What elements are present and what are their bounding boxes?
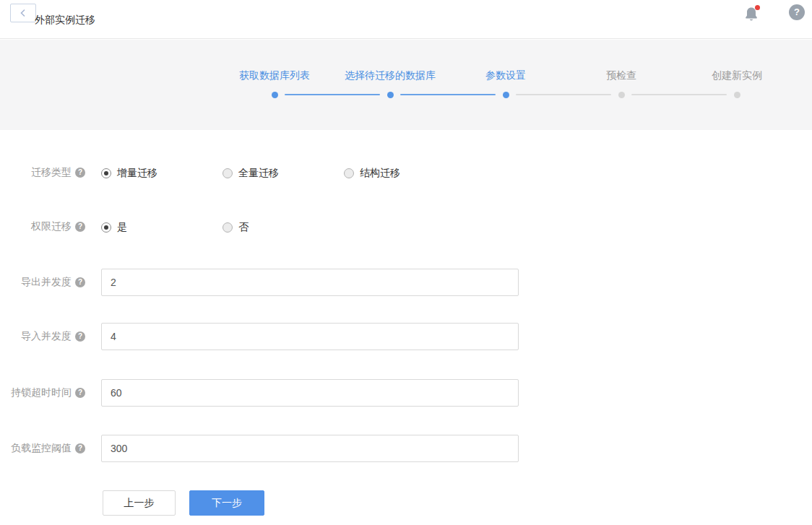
step-dot-2 <box>387 92 394 98</box>
radio-label: 否 <box>238 221 249 234</box>
step-label-select-db: 选择待迁移的数据库 <box>332 69 448 82</box>
radio-icon <box>223 168 233 178</box>
help-icon[interactable]: ? <box>75 277 85 287</box>
import-concurrency-label: 导入并发度 ? <box>0 329 85 344</box>
step-dot-5 <box>734 92 740 98</box>
step-dot-3 <box>503 92 509 98</box>
radio-label: 增量迁移 <box>117 167 157 180</box>
step-dot-4 <box>618 92 625 98</box>
load-threshold-input[interactable] <box>101 435 519 462</box>
help-circle-icon[interactable]: ? <box>789 4 805 20</box>
import-concurrency-input[interactable] <box>101 323 519 350</box>
step-label-parameter-settings: 参数设置 <box>448 69 563 82</box>
step-label-get-db-list: 获取数据库列表 <box>217 69 332 82</box>
radio-icon <box>344 168 354 178</box>
radio-structure-migration[interactable]: 结构迁移 <box>344 167 400 180</box>
lock-timeout-input[interactable] <box>101 379 519 407</box>
step-connector-2-3 <box>400 94 496 95</box>
back-button[interactable] <box>10 4 36 22</box>
step-connector-3-4 <box>516 94 611 95</box>
help-icon[interactable]: ? <box>75 443 85 454</box>
privilege-migration-label: 权限迁移 ? <box>0 220 85 234</box>
radio-full-migration[interactable]: 全量迁移 <box>223 167 279 180</box>
lock-timeout-label: 持锁超时时间 ? <box>0 386 85 400</box>
help-icon[interactable]: ? <box>75 388 85 398</box>
radio-label: 是 <box>117 221 127 234</box>
header-bar: 外部实例迁移 ? <box>0 0 812 39</box>
load-threshold-label: 负载监控阈值 ? <box>0 441 85 456</box>
radio-label: 结构迁移 <box>360 167 400 180</box>
stepper: 获取数据库列表 选择待迁移的数据库 参数设置 预检查 创建新实例 <box>0 40 812 130</box>
step-label-precheck: 预检查 <box>563 69 679 82</box>
radio-icon <box>223 222 233 233</box>
chevron-left-icon <box>19 9 27 17</box>
previous-step-button[interactable]: 上一步 <box>103 490 176 516</box>
migration-type-label: 迁移类型 ? <box>0 165 85 180</box>
radio-privilege-no[interactable]: 否 <box>223 221 249 234</box>
radio-label: 全量迁移 <box>238 167 279 180</box>
step-dot-1 <box>272 92 278 98</box>
export-concurrency-label: 导出并发度 ? <box>0 275 85 290</box>
radio-icon <box>101 168 111 178</box>
step-connector-4-5 <box>631 94 727 95</box>
page-title: 外部实例迁移 <box>35 0 95 39</box>
notification-badge <box>755 5 760 10</box>
step-connector-1-2 <box>285 94 380 95</box>
help-icon[interactable]: ? <box>75 168 85 178</box>
radio-privilege-yes[interactable]: 是 <box>101 221 127 234</box>
radio-icon <box>101 222 111 233</box>
next-step-button[interactable]: 下一步 <box>189 490 264 516</box>
notification-bell-icon[interactable] <box>741 4 761 25</box>
step-label-create-instance: 创建新实例 <box>679 69 795 82</box>
help-icon[interactable]: ? <box>75 222 85 232</box>
help-icon[interactable]: ? <box>75 331 85 342</box>
export-concurrency-input[interactable] <box>101 269 519 296</box>
radio-incremental-migration[interactable]: 增量迁移 <box>101 167 157 180</box>
external-instance-migration-page: 外部实例迁移 ? 获取数据库列表 选择待迁移的数据库 参数设置 预检查 创建新实… <box>0 0 812 525</box>
